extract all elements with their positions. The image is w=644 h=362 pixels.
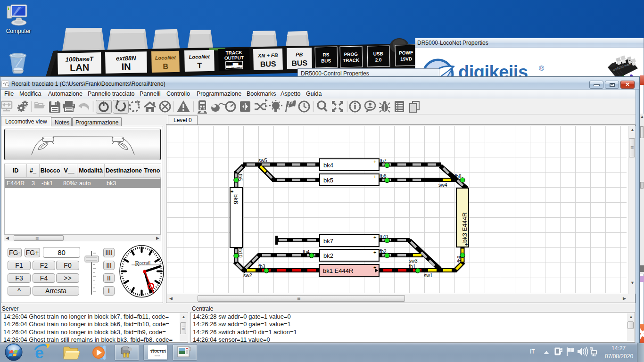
svg-text:OUTPUT: OUTPUT [224,55,244,61]
svg-text:fb7: fb7 [380,158,387,164]
svg-text:PROG: PROG [344,51,358,57]
svg-text:BUS: BUS [321,58,331,63]
svg-text:fb4: fb4 [303,249,310,255]
svg-text:+: + [231,189,233,194]
svg-text:bk4: bk4 [323,162,333,169]
svg-text:fb1: fb1 [409,263,416,269]
svg-text:bk2: bk2 [323,252,333,259]
svg-text:+: + [373,264,376,270]
svg-text:USB: USB [373,51,383,56]
svg-text:fb6: fb6 [380,173,387,179]
svg-text:+: + [465,241,468,247]
svg-text:fb10: fb10 [238,248,243,258]
svg-text:BUS: BUS [291,59,307,67]
svg-text:sw1: sw1 [424,272,433,278]
svg-text:B: B [163,62,168,70]
svg-text:+: + [373,159,376,165]
svg-text:bk5: bk5 [323,177,333,184]
svg-text:19VD: 19VD [400,56,412,62]
svg-text:IN: IN [121,61,131,72]
svg-text:TRACK: TRACK [226,50,243,56]
svg-text:RS: RS [322,52,329,57]
svg-text:fb11: fb11 [380,234,389,239]
svg-text:LocoNet: LocoNet [189,54,211,60]
svg-text:bk1 E444R: bk1 E444R [323,267,353,274]
svg-text:▄▄▟█▙▄: ▄▄▟█▙▄ [226,63,243,68]
svg-text:+: + [373,234,376,240]
svg-text:fb2: fb2 [380,248,387,254]
svg-text:T: T [197,61,202,69]
svg-text:®: ® [539,64,544,72]
svg-text:fb9: fb9 [456,255,462,263]
svg-text:R: R [135,260,140,267]
svg-text:sw5: sw5 [258,157,267,163]
svg-text:+: + [373,174,376,180]
svg-text:+: + [373,249,376,255]
svg-text:sw4: sw4 [438,182,447,188]
svg-text:LAN: LAN [70,62,90,73]
svg-text:sw2: sw2 [243,272,252,278]
svg-text:bk6: bk6 [232,194,239,204]
svg-text:ocrail: ocrail [140,260,151,265]
svg-text:bk3 E444R: bk3 E444R [461,213,468,243]
svg-text:rocrail: rocrail [155,354,160,357]
svg-text:POWE: POWE [399,50,413,56]
svg-text:bk7: bk7 [323,238,333,245]
svg-text:XN + FB: XN + FB [257,52,278,58]
svg-text:PB: PB [296,51,303,57]
svg-text:fb5: fb5 [238,174,243,181]
svg-text:BUS: BUS [260,60,276,68]
svg-text:fb3: fb3 [258,263,265,269]
svg-text:LocoNet: LocoNet [155,55,177,61]
svg-text:2.0: 2.0 [375,57,382,62]
svg-text:sw3: sw3 [409,258,418,263]
svg-text:fb8: fb8 [454,173,462,179]
svg-text:TRACK: TRACK [343,58,360,63]
